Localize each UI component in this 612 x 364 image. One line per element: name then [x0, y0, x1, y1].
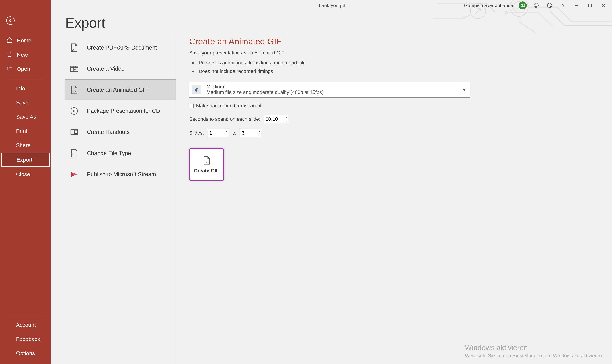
handouts-icon — [69, 127, 80, 137]
svg-rect-12 — [589, 4, 592, 7]
titlebar-right: Gumpelmeyer Johanna GJ — [464, 1, 612, 10]
page-title: Export — [65, 15, 105, 31]
to-arrows[interactable]: ▴▾ — [257, 129, 261, 137]
svg-rect-17 — [71, 130, 75, 135]
video-icon — [69, 64, 80, 74]
home-icon — [7, 37, 13, 44]
stream-icon — [69, 169, 80, 180]
slides-row: Slides: ▴▾ to ▴▾ — [189, 129, 601, 137]
create-gif-button[interactable]: GIF Create GIF — [189, 148, 224, 181]
backstage-nav: Home New Open Info Save Save As Print Sh… — [0, 0, 51, 364]
svg-point-10 — [550, 5, 551, 5]
create-gif-icon: GIF — [201, 155, 212, 165]
slides-from-input[interactable] — [208, 129, 224, 137]
seconds-spin[interactable]: ▴▾ — [264, 115, 288, 123]
nav-save[interactable]: Save — [0, 96, 51, 110]
activation-watermark: Windows aktivieren Wechseln Sie zu den E… — [465, 344, 603, 359]
cd-icon — [69, 106, 80, 116]
quality-title: Medium — [207, 84, 463, 90]
nav-close[interactable]: Close — [0, 167, 51, 182]
help-icon[interactable] — [559, 1, 567, 10]
nav-print[interactable]: Print — [0, 124, 51, 138]
transparent-checkbox[interactable] — [189, 104, 194, 108]
slides-from-spin[interactable]: ▴▾ — [208, 129, 229, 137]
nav-open-label: Open — [17, 66, 30, 72]
export-type-list: Create PDF/XPS Document Create a Video G… — [65, 37, 176, 364]
quality-text: Medium Medium file size and moderate qua… — [207, 84, 463, 95]
seconds-arrows[interactable]: ▴▾ — [284, 115, 288, 123]
svg-point-15 — [71, 108, 77, 114]
happy-face-icon[interactable] — [532, 1, 540, 10]
nav-saveas[interactable]: Save As — [0, 110, 51, 124]
export-stream-label: Publish to Microsoft Stream — [87, 171, 156, 178]
export-pdf[interactable]: Create PDF/XPS Document — [65, 37, 176, 58]
minimize-button[interactable] — [573, 1, 581, 10]
export-gif-panel: Create an Animated GIF Save your present… — [189, 36, 601, 181]
export-filetype[interactable]: Change File Type — [65, 143, 176, 164]
svg-point-9 — [549, 5, 549, 5]
quality-dropdown[interactable]: ◐ Medium Medium file size and moderate q… — [189, 81, 470, 98]
nav-share[interactable]: Share — [0, 138, 51, 152]
svg-point-7 — [537, 5, 537, 5]
gif-icon: GIF — [69, 85, 80, 95]
nav-home[interactable]: Home — [0, 34, 51, 48]
slides-label: Slides: — [189, 130, 204, 136]
export-gif[interactable]: GIF Create an Animated GIF — [65, 79, 176, 101]
svg-text:GIF: GIF — [72, 90, 77, 93]
nav-bottom: Account Feedback Options — [0, 312, 51, 364]
svg-text:GIF: GIF — [205, 160, 209, 163]
export-pdf-label: Create PDF/XPS Document — [87, 44, 157, 51]
slides-to-input[interactable] — [240, 129, 257, 137]
slides-to-label: to — [232, 130, 236, 136]
panel-heading: Create an Animated GIF — [189, 36, 601, 46]
open-icon — [7, 65, 13, 73]
nav-open[interactable]: Open — [0, 62, 51, 76]
nav-separator-2 — [7, 315, 44, 315]
svg-point-8 — [547, 3, 552, 8]
maximize-button[interactable] — [586, 1, 594, 10]
nav-new[interactable]: New — [0, 48, 51, 62]
nav-new-label: New — [17, 52, 28, 58]
export-handouts[interactable]: Create Handouts — [65, 122, 176, 143]
panel-desc: Save your presentation as an Animated GI… — [189, 50, 601, 56]
panel-bullets: Preserves animations, transitions, media… — [189, 59, 601, 76]
from-arrows[interactable]: ▴▾ — [224, 129, 229, 137]
avatar[interactable]: GJ — [519, 1, 527, 10]
nav-info[interactable]: Info — [0, 81, 51, 96]
new-icon — [7, 51, 13, 59]
export-stream[interactable]: Publish to Microsoft Stream — [65, 164, 176, 185]
watermark-sub: Wechseln Sie zu den Einstellungen, um Wi… — [465, 353, 603, 359]
bullet-2: Does not include recorded timings — [192, 67, 601, 76]
svg-point-16 — [73, 110, 75, 112]
titlebar: thank-you-gif Gumpelmeyer Johanna GJ — [51, 0, 612, 11]
export-cd[interactable]: Package Presentation for CD — [65, 101, 176, 122]
document-title: thank-you-gif — [318, 3, 345, 8]
quality-sub: Medium file size and moderate quality (4… — [207, 90, 463, 95]
filetype-icon — [69, 148, 80, 158]
seconds-row: Seconds to spend on each slide: ▴▾ — [189, 115, 601, 123]
nav-feedback[interactable]: Feedback — [0, 332, 51, 346]
back-button[interactable] — [6, 16, 14, 25]
pdf-icon — [69, 43, 80, 53]
seconds-input[interactable] — [264, 115, 284, 123]
nav-options[interactable]: Options — [0, 346, 51, 360]
slides-to-spin[interactable]: ▴▾ — [240, 129, 261, 137]
nav-account[interactable]: Account — [0, 318, 51, 332]
svg-point-6 — [535, 5, 536, 5]
svg-point-5 — [534, 3, 538, 8]
sad-face-icon[interactable] — [546, 1, 554, 10]
export-cd-label: Package Presentation for CD — [87, 108, 160, 114]
export-filetype-label: Change File Type — [87, 150, 131, 156]
chevron-down-icon: ▾ — [463, 87, 467, 93]
nav-export[interactable]: Export — [1, 153, 50, 167]
watermark-title: Windows aktivieren — [465, 344, 603, 352]
nav-home-label: Home — [17, 38, 31, 44]
export-handouts-label: Create Handouts — [87, 129, 130, 135]
seconds-label: Seconds to spend on each slide: — [189, 117, 260, 122]
export-video[interactable]: Create a Video — [65, 58, 176, 79]
transparent-row[interactable]: Make background transparent — [189, 103, 601, 109]
svg-point-11 — [563, 7, 564, 7]
transparent-label: Make background transparent — [196, 103, 262, 109]
close-button[interactable] — [600, 1, 608, 10]
create-gif-label: Create GIF — [194, 168, 219, 174]
